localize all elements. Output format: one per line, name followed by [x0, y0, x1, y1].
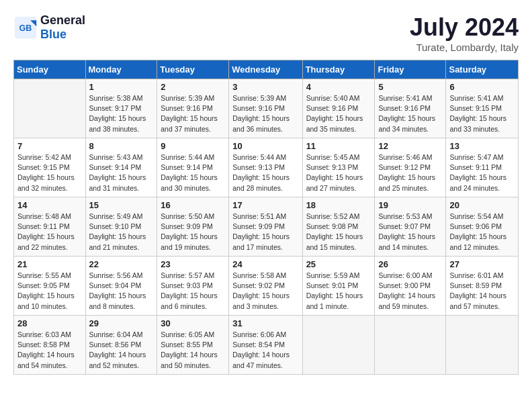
day-info: Sunrise: 5:47 AMSunset: 9:11 PMDaylight:…: [449, 152, 515, 193]
day-info: Sunrise: 5:48 AMSunset: 9:11 PMDaylight:…: [17, 212, 82, 253]
calendar-cell: 13Sunrise: 5:47 AMSunset: 9:11 PMDayligh…: [446, 138, 519, 197]
svg-text:GB: GB: [19, 24, 32, 33]
logo: GB General Blue: [13, 13, 85, 42]
calendar-cell: 11Sunrise: 5:45 AMSunset: 9:13 PMDayligh…: [302, 138, 375, 197]
day-info: Sunrise: 5:59 AMSunset: 9:01 PMDaylight:…: [306, 271, 371, 312]
day-number: 10: [232, 141, 298, 151]
day-number: 8: [89, 141, 154, 151]
day-info: Sunrise: 5:50 AMSunset: 9:09 PMDaylight:…: [161, 212, 225, 253]
calendar-cell: 23Sunrise: 5:57 AMSunset: 9:03 PMDayligh…: [157, 257, 229, 316]
day-info: Sunrise: 5:43 AMSunset: 9:14 PMDaylight:…: [89, 152, 154, 193]
calendar-body: 1Sunrise: 5:38 AMSunset: 9:17 PMDaylight…: [14, 79, 519, 375]
day-header-tuesday: Tuesday: [157, 60, 229, 79]
day-info: Sunrise: 6:05 AMSunset: 8:55 PMDaylight:…: [161, 330, 225, 371]
day-number: 4: [306, 82, 371, 92]
day-info: Sunrise: 6:04 AMSunset: 8:56 PMDaylight:…: [89, 330, 154, 371]
day-header-monday: Monday: [85, 60, 157, 79]
week-row-2: 7Sunrise: 5:42 AMSunset: 9:15 PMDaylight…: [14, 138, 519, 197]
calendar-cell: 20Sunrise: 5:54 AMSunset: 9:06 PMDayligh…: [446, 197, 519, 257]
day-header-wednesday: Wednesday: [229, 60, 302, 79]
calendar-cell: 12Sunrise: 5:46 AMSunset: 9:12 PMDayligh…: [375, 138, 446, 197]
calendar-cell: [302, 316, 375, 375]
day-info: Sunrise: 5:58 AMSunset: 9:02 PMDaylight:…: [232, 271, 298, 312]
calendar-cell: 18Sunrise: 5:52 AMSunset: 9:08 PMDayligh…: [302, 197, 375, 257]
day-info: Sunrise: 5:52 AMSunset: 9:08 PMDaylight:…: [306, 212, 371, 253]
page-header: GB General Blue July 2024 Turate, Lombar…: [13, 13, 519, 53]
day-info: Sunrise: 5:42 AMSunset: 9:15 PMDaylight:…: [17, 152, 82, 193]
day-number: 15: [89, 200, 154, 210]
calendar-cell: 4Sunrise: 5:40 AMSunset: 9:16 PMDaylight…: [302, 79, 375, 138]
logo-icon: GB: [13, 15, 38, 40]
day-header-thursday: Thursday: [302, 60, 375, 79]
day-info: Sunrise: 5:57 AMSunset: 9:03 PMDaylight:…: [161, 271, 225, 312]
day-info: Sunrise: 5:49 AMSunset: 9:10 PMDaylight:…: [89, 212, 154, 253]
day-info: Sunrise: 5:56 AMSunset: 9:04 PMDaylight:…: [89, 271, 154, 312]
day-number: 17: [232, 200, 298, 210]
day-info: Sunrise: 6:06 AMSunset: 8:54 PMDaylight:…: [232, 330, 298, 371]
day-number: 2: [161, 82, 225, 92]
day-number: 14: [17, 200, 82, 210]
calendar-cell: 10Sunrise: 5:44 AMSunset: 9:13 PMDayligh…: [229, 138, 302, 197]
day-number: 1: [89, 82, 154, 92]
calendar-cell: 29Sunrise: 6:04 AMSunset: 8:56 PMDayligh…: [85, 316, 157, 375]
day-number: 6: [449, 82, 515, 92]
day-info: Sunrise: 5:39 AMSunset: 9:16 PMDaylight:…: [232, 93, 298, 134]
day-number: 31: [232, 318, 298, 328]
day-number: 24: [232, 259, 298, 269]
calendar-cell: 3Sunrise: 5:39 AMSunset: 9:16 PMDaylight…: [229, 79, 302, 138]
day-info: Sunrise: 5:38 AMSunset: 9:17 PMDaylight:…: [89, 93, 154, 134]
calendar-cell: 24Sunrise: 5:58 AMSunset: 9:02 PMDayligh…: [229, 257, 302, 316]
day-info: Sunrise: 5:45 AMSunset: 9:13 PMDaylight:…: [306, 152, 371, 193]
day-info: Sunrise: 5:40 AMSunset: 9:16 PMDaylight:…: [306, 93, 371, 134]
calendar-cell: 21Sunrise: 5:55 AMSunset: 9:05 PMDayligh…: [14, 257, 86, 316]
calendar-cell: 27Sunrise: 6:01 AMSunset: 8:59 PMDayligh…: [446, 257, 519, 316]
calendar-header-row: SundayMondayTuesdayWednesdayThursdayFrid…: [14, 60, 519, 79]
day-number: 23: [161, 259, 225, 269]
day-header-saturday: Saturday: [446, 60, 519, 79]
day-info: Sunrise: 5:55 AMSunset: 9:05 PMDaylight:…: [17, 271, 82, 312]
day-info: Sunrise: 5:44 AMSunset: 9:14 PMDaylight:…: [161, 152, 225, 193]
day-info: Sunrise: 6:00 AMSunset: 9:00 PMDaylight:…: [378, 271, 442, 312]
day-number: 3: [232, 82, 298, 92]
day-header-friday: Friday: [375, 60, 446, 79]
day-number: 28: [17, 318, 82, 328]
calendar-cell: 31Sunrise: 6:06 AMSunset: 8:54 PMDayligh…: [229, 316, 302, 375]
day-number: 19: [378, 200, 442, 210]
calendar-cell: 14Sunrise: 5:48 AMSunset: 9:11 PMDayligh…: [14, 197, 86, 257]
week-row-1: 1Sunrise: 5:38 AMSunset: 9:17 PMDaylight…: [14, 79, 519, 138]
calendar-cell: 30Sunrise: 6:05 AMSunset: 8:55 PMDayligh…: [157, 316, 229, 375]
calendar-cell: 7Sunrise: 5:42 AMSunset: 9:15 PMDaylight…: [14, 138, 86, 197]
location: Turate, Lombardy, Italy: [410, 42, 519, 53]
title-block: July 2024 Turate, Lombardy, Italy: [410, 13, 519, 53]
day-number: 11: [306, 141, 371, 151]
day-info: Sunrise: 5:41 AMSunset: 9:16 PMDaylight:…: [378, 93, 442, 134]
day-number: 18: [306, 200, 371, 210]
day-number: 21: [17, 259, 82, 269]
day-info: Sunrise: 5:41 AMSunset: 9:15 PMDaylight:…: [449, 93, 515, 134]
calendar-cell: 25Sunrise: 5:59 AMSunset: 9:01 PMDayligh…: [302, 257, 375, 316]
month-year: July 2024: [410, 13, 519, 42]
calendar-cell: 6Sunrise: 5:41 AMSunset: 9:15 PMDaylight…: [446, 79, 519, 138]
day-header-sunday: Sunday: [14, 60, 86, 79]
day-number: 16: [161, 200, 225, 210]
calendar-cell: [375, 316, 446, 375]
calendar-cell: 5Sunrise: 5:41 AMSunset: 9:16 PMDaylight…: [375, 79, 446, 138]
day-number: 12: [378, 141, 442, 151]
day-number: 27: [449, 259, 515, 269]
day-number: 13: [449, 141, 515, 151]
day-number: 20: [449, 200, 515, 210]
calendar-cell: 9Sunrise: 5:44 AMSunset: 9:14 PMDaylight…: [157, 138, 229, 197]
calendar-cell: 2Sunrise: 5:39 AMSunset: 9:16 PMDaylight…: [157, 79, 229, 138]
calendar-cell: [446, 316, 519, 375]
day-number: 22: [89, 259, 154, 269]
calendar-cell: 17Sunrise: 5:51 AMSunset: 9:09 PMDayligh…: [229, 197, 302, 257]
day-number: 7: [17, 141, 82, 151]
day-number: 5: [378, 82, 442, 92]
day-info: Sunrise: 6:01 AMSunset: 8:59 PMDaylight:…: [449, 271, 515, 312]
week-row-3: 14Sunrise: 5:48 AMSunset: 9:11 PMDayligh…: [14, 197, 519, 257]
calendar-cell: 19Sunrise: 5:53 AMSunset: 9:07 PMDayligh…: [375, 197, 446, 257]
day-info: Sunrise: 5:54 AMSunset: 9:06 PMDaylight:…: [449, 212, 515, 253]
day-info: Sunrise: 5:46 AMSunset: 9:12 PMDaylight:…: [378, 152, 442, 193]
calendar-cell: 26Sunrise: 6:00 AMSunset: 9:00 PMDayligh…: [375, 257, 446, 316]
day-info: Sunrise: 5:51 AMSunset: 9:09 PMDaylight:…: [232, 212, 298, 253]
